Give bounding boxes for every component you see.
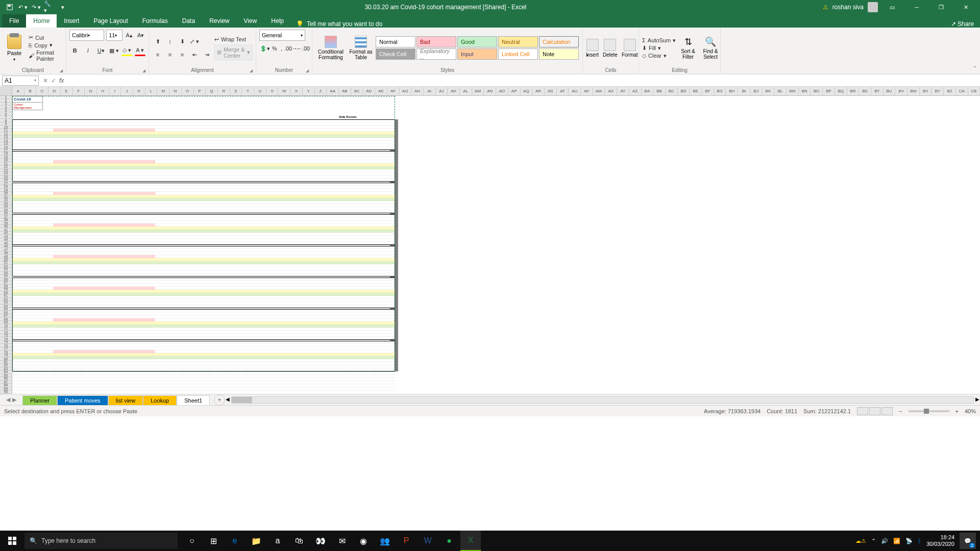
edge-icon[interactable]: e [225,531,245,551]
border-button[interactable]: ▦ ▾ [109,45,120,56]
zoom-in-icon[interactable]: + [955,408,959,414]
file-explorer-icon[interactable]: 📁 [246,531,266,551]
sheet-tab-planner[interactable]: Planner [22,395,57,405]
sheet-tab-sheet1[interactable]: Sheet1 [177,395,210,405]
sort-filter-button[interactable]: ⇅Sort & Filter [678,36,698,60]
align-left-icon[interactable]: ≡ [152,49,163,60]
teams-icon[interactable]: 👥 [375,531,395,551]
style-normal[interactable]: Normal [376,36,415,47]
style-calculation[interactable]: Calculation [539,36,579,47]
save-icon[interactable] [4,2,15,13]
powerpoint-icon[interactable]: P [396,531,416,551]
tripadvisor-icon[interactable]: 👀 [310,531,331,551]
view-page-break-icon[interactable] [881,407,893,415]
font-name-select[interactable]: Calibri▾ [69,30,104,41]
spotify-icon[interactable]: ● [439,531,459,551]
clipboard-launcher-icon[interactable]: ◢ [60,68,63,73]
insert-cells-button[interactable]: Insert [586,39,599,58]
avatar[interactable] [868,2,878,12]
align-right-icon[interactable]: ≡ [177,49,188,60]
style-explanatory[interactable]: Explanatory ... [416,48,456,60]
tab-view[interactable]: View [237,14,264,28]
wrap-text-button[interactable]: ↩Wrap Text [214,36,253,43]
paste-button[interactable]: Paste ▾ [3,34,26,63]
delete-cells-button[interactable]: Delete [603,39,618,58]
number-launcher-icon[interactable]: ◢ [306,68,309,73]
style-good[interactable]: Good [457,36,497,47]
view-page-layout-icon[interactable] [869,407,880,415]
select-all-button[interactable] [0,87,12,95]
sheet-nav-prev-icon[interactable]: ▶ [12,396,16,403]
style-input[interactable]: Input [457,48,497,60]
zoom-level[interactable]: 40% [965,408,976,414]
tab-insert[interactable]: Insert [57,14,86,28]
fill-button[interactable]: ⬇Fill ▾ [642,45,676,52]
start-button[interactable] [0,531,24,551]
horizontal-scrollbar[interactable]: ◀ ▶ [231,396,974,404]
cancel-formula-icon[interactable]: ✕ [43,77,48,84]
view-normal-icon[interactable] [857,407,868,415]
wifi-icon[interactable]: 📡 [905,538,913,544]
decrease-decimal-icon[interactable]: ←.00 [298,43,309,54]
bold-button[interactable]: B [69,45,81,56]
fx-icon[interactable]: fx [59,77,64,84]
word-icon[interactable]: W [418,531,438,551]
mail-icon[interactable]: ✉ [332,531,352,551]
increase-decimal-icon[interactable]: .00→ [285,43,297,54]
name-box[interactable]: A1▾ [2,76,39,86]
taskbar-clock[interactable]: 18:24 30/03/2020 [926,534,954,547]
maximize-button[interactable]: ❐ [931,0,951,14]
tab-data[interactable]: Data [175,14,202,28]
hscroll-thumb[interactable] [232,397,252,403]
collapse-ribbon-icon[interactable]: ⌃ [973,65,977,71]
add-sheet-button[interactable]: + [214,394,225,406]
qat-more-icon[interactable]: 🔧 ▾ [44,2,55,13]
style-bad[interactable]: Bad [416,36,456,47]
style-note[interactable]: Note [539,48,579,60]
orientation-icon[interactable]: ⤢ ▾ [189,36,200,47]
tab-help[interactable]: Help [264,14,291,28]
undo-icon[interactable]: ↶ ▾ [17,2,29,13]
side-rooms-header[interactable]: Side Rooms [339,115,357,118]
find-select-button[interactable]: 🔍Find & Select [700,36,721,60]
volume-icon[interactable]: 🔊 [881,538,888,544]
decrease-indent-icon[interactable]: ⇤ [189,49,200,60]
font-color-button[interactable]: A ▾ [135,45,146,56]
decrease-font-icon[interactable]: A▾ [136,30,145,41]
enter-formula-icon[interactable]: ✓ [51,77,56,84]
hscroll-left-icon[interactable]: ◀ [226,396,230,402]
tab-pagelayout[interactable]: Page Layout [86,14,135,28]
tray-expand-icon[interactable]: ⌃ [871,538,876,544]
ribbon-display-icon[interactable]: ▭ [882,0,902,14]
fill-color-button[interactable]: ◇ ▾ [121,45,133,56]
store-icon[interactable]: 🛍 [289,531,309,551]
amazon-icon[interactable]: a [267,531,288,551]
increase-font-icon[interactable]: A▴ [125,30,134,41]
format-painter-button[interactable]: 🖌Format Painter [29,49,62,62]
qat-customize-icon[interactable]: ▾ [57,2,68,13]
excel-icon[interactable]: X [460,531,481,551]
warning-icon[interactable]: ⚠ [823,4,828,11]
italic-button[interactable]: I [83,45,94,56]
tab-formulas[interactable]: Formulas [135,14,175,28]
cells-grid[interactable]: Covid-19 Cohort Management Side Rooms (f… [12,96,980,394]
tab-file[interactable]: File [2,14,26,28]
align-center-icon[interactable]: ≡ [164,49,176,60]
zoom-slider[interactable] [909,410,949,412]
minimize-button[interactable]: ─ [906,0,927,14]
underline-button[interactable]: U ▾ [95,45,107,56]
increase-indent-icon[interactable]: ⇥ [201,49,212,60]
cortana-icon[interactable]: ○ [182,531,202,551]
align-bottom-icon[interactable]: ⬇ [177,36,188,47]
taskbar-search[interactable]: 🔍 Type here to search [24,533,178,549]
conditional-formatting-button[interactable]: Conditional Formatting [315,36,346,60]
percent-format-icon[interactable]: % [272,43,278,54]
sheet-nav-first-icon[interactable]: ◀ [6,396,10,403]
column-headers[interactable]: document.write(Array.from({length:80},(_… [0,87,980,96]
sheet-subtitle-cell[interactable]: Cohort Management [12,102,43,110]
font-launcher-icon[interactable]: ◢ [142,68,145,73]
share-button[interactable]: ↗ Share [951,20,974,28]
style-check-cell[interactable]: Check Cell [376,48,415,60]
align-top-icon[interactable]: ⬆ [152,36,163,47]
clear-button[interactable]: ◇Clear ▾ [642,53,676,59]
